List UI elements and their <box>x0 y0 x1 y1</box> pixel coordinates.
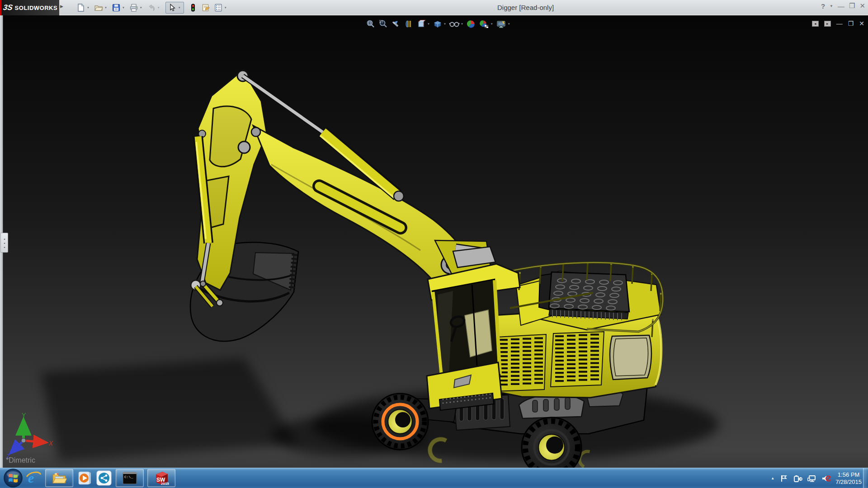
taskbar-internet-explorer[interactable]: e <box>25 469 42 487</box>
taskbar-clock[interactable]: 1:56 PM 7/28/2015 <box>835 471 862 486</box>
volume-muted-icon[interactable] <box>821 474 830 483</box>
file-properties-button[interactable] <box>199 2 212 14</box>
dropdown-caret-icon[interactable]: ▼ <box>86 6 91 9</box>
solidworks-logo: 3S SOLIDWORKS <box>1 0 59 15</box>
dropdown-caret-icon[interactable]: ▼ <box>122 6 127 9</box>
options-button[interactable]: ▼ <box>212 2 230 14</box>
select-tool-button[interactable]: ▼ <box>165 2 184 14</box>
display-style-button[interactable]: ▼ <box>431 18 448 30</box>
dropdown-caret-icon[interactable]: ▼ <box>426 23 430 25</box>
command-prompt-icon: C:\_ <box>122 471 137 485</box>
zoom-to-area-button[interactable] <box>377 18 390 30</box>
select-cursor-icon <box>167 2 178 13</box>
open-button[interactable]: ▼ <box>92 2 110 14</box>
previous-view-button[interactable] <box>390 18 402 30</box>
triad-y-label: Y <box>22 412 26 419</box>
headsup-view-toolbar: ▼ ▼ ▼ ▼ ▼ <box>364 18 512 30</box>
network-monitor-icon[interactable] <box>807 474 816 483</box>
print-button[interactable]: ▼ <box>127 2 145 14</box>
taskbar-composer-share-app[interactable] <box>96 469 112 487</box>
display-style-cube-icon <box>433 19 443 28</box>
minimize-button[interactable]: — <box>838 2 844 10</box>
view-orientation-cube-icon <box>416 19 426 28</box>
brand-text: SOLIDWORKS <box>15 5 58 11</box>
open-folder-icon <box>93 2 104 13</box>
zoom-to-fit-button[interactable] <box>364 18 377 30</box>
appearance-sphere-icon <box>466 19 476 28</box>
save-button[interactable]: ▼ <box>110 2 127 14</box>
taskbar-windows-explorer[interactable] <box>45 469 73 487</box>
dropdown-caret-icon[interactable]: ▼ <box>178 6 183 9</box>
show-desktop-button[interactable] <box>863 468 868 488</box>
dropdown-caret-icon[interactable]: ▼ <box>490 23 493 25</box>
taskbar-solidworks[interactable]: SW 2015 <box>147 469 175 487</box>
windows-explorer-folder-icon <box>52 471 67 485</box>
action-center-flag-icon[interactable] <box>779 474 788 483</box>
dropdown-caret-icon[interactable]: ▼ <box>104 6 109 9</box>
window-title: Digger [Read-only] <box>497 4 554 11</box>
section-view-button[interactable] <box>402 18 415 30</box>
dropdown-caret-icon[interactable]: ▼ <box>139 6 144 9</box>
section-view-icon <box>404 19 414 28</box>
document-restore-button[interactable]: ❐ <box>848 20 854 27</box>
help-button[interactable]: ? <box>821 2 825 10</box>
taskbar-media-player[interactable] <box>77 469 92 487</box>
document-close-button[interactable]: ✕ <box>859 20 864 27</box>
power-plug-icon[interactable] <box>793 474 802 483</box>
collapse-panel-left-button[interactable]: ◄ <box>812 21 819 27</box>
dropdown-caret-icon[interactable]: ▼ <box>443 23 446 25</box>
close-button[interactable]: ✕ <box>859 2 865 10</box>
dropdown-caret-icon[interactable]: ▼ <box>157 6 162 9</box>
help-dropdown-caret-icon[interactable]: ▼ <box>830 4 833 8</box>
excavator-model[interactable] <box>0 15 868 468</box>
view-settings-monitor-icon <box>496 19 507 28</box>
main-toolbar: ▼ ▼ ▼ ▼ ▼ <box>75 1 230 14</box>
solidworks-2015-icon: SW 2015 <box>153 470 170 486</box>
print-icon <box>128 2 139 13</box>
hide-show-items-button[interactable]: ▼ <box>448 18 465 30</box>
rebuild-traffic-light-icon <box>188 2 198 13</box>
show-hidden-icons-button[interactable]: ▲ <box>771 476 774 480</box>
orientation-triad: Y X Z <box>4 408 62 462</box>
previous-view-icon <box>391 19 401 28</box>
triad-x-label: X <box>48 440 53 447</box>
apply-scene-button[interactable]: ▼ <box>477 18 495 30</box>
save-floppy-icon <box>111 2 122 13</box>
dropdown-caret-icon[interactable]: ▼ <box>460 23 463 25</box>
feature-panel-expand-tab[interactable]: ◂ ◂ ◂ <box>0 233 8 253</box>
zoom-to-area-icon <box>378 19 388 28</box>
eyeglasses-icon <box>449 19 460 28</box>
view-orientation-label: *Dimetric <box>6 456 35 465</box>
graphics-viewport[interactable]: ◂ ◂ ◂ ▼ ▼ ▼ <box>0 15 868 468</box>
triad-x-axis <box>24 441 44 442</box>
document-minimize-button[interactable]: — <box>836 20 843 27</box>
bucket-teeth <box>292 254 295 289</box>
new-document-icon <box>75 2 86 13</box>
dropdown-caret-icon[interactable]: ▼ <box>224 6 229 9</box>
scene-sphere-icon <box>479 19 490 28</box>
start-button[interactable] <box>3 468 24 488</box>
undo-button[interactable]: ▼ <box>145 2 163 14</box>
zoom-to-fit-icon <box>366 19 376 28</box>
collapse-arrow-icon: ◂ <box>4 245 5 249</box>
view-settings-button[interactable]: ▼ <box>495 18 512 30</box>
restore-button[interactable]: ❐ <box>849 2 855 10</box>
titlebar: 3S SOLIDWORKS ▶ ▼ ▼ ▼ ▼ <box>0 0 868 15</box>
new-document-button[interactable]: ▼ <box>75 2 92 14</box>
expand-panel-right-button[interactable]: ► <box>824 21 831 27</box>
dassault-3ds-logo-icon: 3S <box>2 3 13 12</box>
menu-flyout-arrow-icon[interactable]: ▶ <box>60 4 63 9</box>
media-player-icon <box>77 470 92 486</box>
windows-taskbar: e C:\_ <box>0 468 868 488</box>
dropdown-caret-icon[interactable]: ▼ <box>507 23 510 25</box>
taskbar-command-prompt[interactable]: C:\_ <box>116 469 144 487</box>
wheel-front-left[interactable] <box>372 394 428 450</box>
file-properties-icon <box>200 2 211 13</box>
rebuild-button[interactable] <box>187 2 199 14</box>
clock-date: 7/28/2015 <box>835 479 862 486</box>
internet-explorer-icon: e <box>25 470 42 486</box>
document-window-controls: ◄ ► — ❐ ✕ <box>812 20 864 27</box>
undo-arrow-icon <box>146 2 157 13</box>
view-orientation-button[interactable]: ▼ <box>415 18 431 30</box>
edit-appearance-button[interactable] <box>465 18 477 30</box>
